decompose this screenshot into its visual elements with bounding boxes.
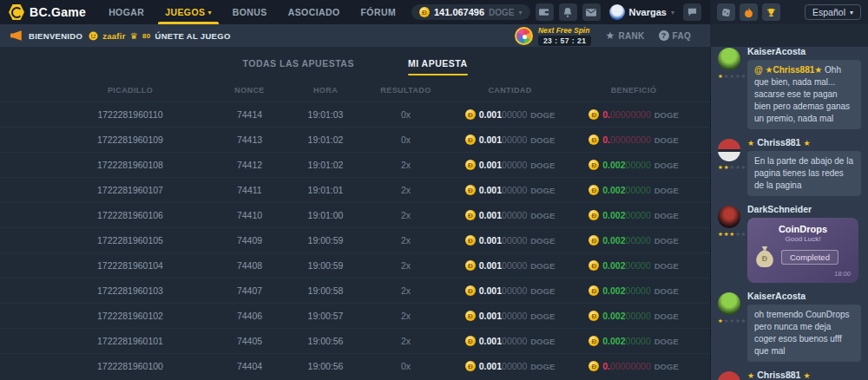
currency-label: DOGE <box>530 362 555 371</box>
bet-profit: Ð 0.00000000 DOGE <box>573 361 694 371</box>
doge-coin-icon: Ð <box>465 160 476 170</box>
bet-profit: Ð 0.00200000 DOGE <box>573 185 694 195</box>
profit-value: 0.00000000 <box>602 109 650 120</box>
bell-icon <box>563 8 572 17</box>
table-row[interactable]: 1722281960100 74404 19:00:56 0x Ð 0.0010… <box>0 353 710 378</box>
leaderboard-button[interactable] <box>762 3 780 21</box>
bet-time: 19:00:59 <box>286 235 365 246</box>
avatar[interactable] <box>718 206 740 228</box>
avatar[interactable] <box>718 48 740 70</box>
user-mention[interactable]: @ ★Chriss881★ <box>754 65 825 75</box>
profit-value: 0.00000000 <box>602 134 650 145</box>
free-spin-widget[interactable]: Next Free Spin 23 : 57 : 21 <box>515 26 591 46</box>
currency-label: DOGE <box>654 110 679 120</box>
rank-label: RANK <box>618 31 644 41</box>
currency-label: DOGE <box>654 311 679 321</box>
coindrops-title: CoinDrops <box>755 224 851 234</box>
chat-message: ★★★★★ KaiserAcosta oh tremendo CounDrops… <box>718 291 861 362</box>
nav-item-hogar[interactable]: HOGAR <box>108 0 144 24</box>
chevron-down-icon: ▾ <box>850 9 853 16</box>
chat-username[interactable]: ★ Chriss881 ★ <box>747 137 861 147</box>
hot-games-button[interactable] <box>740 3 758 21</box>
nav-item-juegos[interactable]: JUEGOS▾ <box>165 0 212 24</box>
bet-result: 2x <box>365 285 447 296</box>
faq-link[interactable]: ? FAQ <box>659 30 691 41</box>
logo-text: BC.Game <box>30 5 86 19</box>
bet-amount: Ð 0.00100000 DOGE <box>447 134 573 145</box>
avatar[interactable] <box>718 139 740 161</box>
bet-hash: 1722281960109 <box>48 134 213 145</box>
bet-time: 19:01:03 <box>286 109 365 120</box>
bet-amount: Ð 0.00100000 DOGE <box>447 160 573 170</box>
free-spin-title: Next Free Spin <box>538 26 591 35</box>
bet-amount: Ð 0.00100000 DOGE <box>447 210 573 220</box>
chat-username[interactable]: KaiserAcosta <box>747 291 861 301</box>
bet-hash: 1722281960103 <box>48 285 213 296</box>
chevron-down-icon: ▾ <box>519 9 523 16</box>
bet-nonce: 74407 <box>213 285 286 296</box>
bet-result: 0x <box>365 109 447 120</box>
doge-coin-icon: Ð <box>465 134 476 145</box>
coin-rain-button[interactable] <box>717 3 735 21</box>
table-row[interactable]: 1722281960109 74413 19:01:02 0x Ð 0.0010… <box>0 127 710 152</box>
notifications-button[interactable] <box>559 3 577 21</box>
profit-value: 0.00200000 <box>602 185 650 195</box>
currency-label: DOGE <box>654 261 679 271</box>
bet-nonce: 74409 <box>213 235 286 246</box>
doge-coin-icon: Ð <box>589 185 599 195</box>
balance-selector[interactable]: Ð 141.067496 DOGE ▾ <box>411 4 530 20</box>
megaphone-icon <box>10 30 23 41</box>
bet-amount: Ð 0.00100000 DOGE <box>447 285 573 296</box>
doge-coin-icon: Ð <box>589 336 599 346</box>
bet-hash: 1722281960100 <box>48 361 213 371</box>
tab-my-bets[interactable]: MI APUESTA <box>408 58 468 75</box>
tab-all-bets[interactable]: TODAS LAS APUESTAS <box>243 58 354 75</box>
table-row[interactable]: 1722281960103 74407 19:00:58 2x Ð 0.0010… <box>0 278 710 303</box>
bet-amount: Ð 0.00100000 DOGE <box>447 185 573 195</box>
user-menu[interactable]: Nvargas ▾ <box>609 4 674 20</box>
wallet-icon <box>539 8 549 16</box>
nav-item-bonus[interactable]: BONUS <box>233 0 267 24</box>
welcomed-username[interactable]: zaafir <box>102 31 126 41</box>
wallet-button[interactable] <box>536 3 554 21</box>
chat-username[interactable]: ★ Chriss881 ★ <box>747 370 861 380</box>
bet-time: 19:00:59 <box>286 260 365 271</box>
table-row[interactable]: 1722281960108 74412 19:01:02 2x Ð 0.0010… <box>0 152 710 177</box>
table-row[interactable]: 1722281960101 74405 19:00:56 2x Ð 0.0010… <box>0 328 710 353</box>
dice-icon <box>721 8 731 17</box>
table-row[interactable]: 1722281960106 74410 19:01:00 2x Ð 0.0010… <box>0 202 710 227</box>
smiley-icon <box>89 31 98 41</box>
bet-amount: Ð 0.00100000 DOGE <box>447 336 573 346</box>
bet-hash: 1722281960106 <box>48 210 213 220</box>
chevron-down-icon: ▾ <box>671 9 674 16</box>
table-row[interactable]: 1722281960107 74411 19:01:01 2x Ð 0.0010… <box>0 177 710 202</box>
chat-username[interactable]: DarkSchneider <box>747 204 861 214</box>
bet-result: 2x <box>365 160 447 170</box>
doge-coin-icon: Ð <box>589 235 599 246</box>
table-row[interactable]: 1722281960102 74406 19:00:57 2x Ð 0.0010… <box>0 303 710 328</box>
avatar[interactable] <box>718 292 740 315</box>
language-selector[interactable]: Español ▾ <box>805 4 861 20</box>
header-right: Ð 141.067496 DOGE ▾ Nvargas ▾ <box>411 3 701 21</box>
chat-username[interactable]: KaiserAcosta <box>747 47 861 56</box>
chat-toggle-button[interactable] <box>683 3 701 21</box>
inbox-button[interactable] <box>582 3 601 21</box>
bcgame-logo[interactable]: BC.Game <box>9 4 86 20</box>
nav-item-asociado[interactable]: ASOCIADO <box>288 0 340 24</box>
avatar[interactable] <box>718 371 740 380</box>
bet-time: 19:01:00 <box>286 210 365 220</box>
currency-label: DOGE <box>654 362 679 371</box>
doge-coin-icon: Ð <box>465 260 476 271</box>
nav-item-forum[interactable]: FÓRUM <box>361 0 397 24</box>
table-row[interactable]: 1722281960110 74414 19:01:03 0x Ð 0.0010… <box>0 102 710 127</box>
bet-nonce: 74410 <box>213 210 286 220</box>
doge-coin-icon: Ð <box>589 109 599 120</box>
coindrops-completed-button[interactable]: Completed <box>781 250 838 265</box>
rank-link[interactable]: ★ RANK <box>605 29 644 42</box>
bet-hash: 1722281960107 <box>48 185 213 195</box>
table-row[interactable]: 1722281960104 74408 19:00:59 2x Ð 0.0010… <box>0 252 710 278</box>
svg-text:Ð: Ð <box>762 254 767 263</box>
table-row[interactable]: 1722281960105 74409 19:00:59 2x Ð 0.0010… <box>0 227 710 252</box>
bet-profit: Ð 0.00200000 DOGE <box>573 336 694 346</box>
profit-value: 0.00200000 <box>602 160 650 170</box>
